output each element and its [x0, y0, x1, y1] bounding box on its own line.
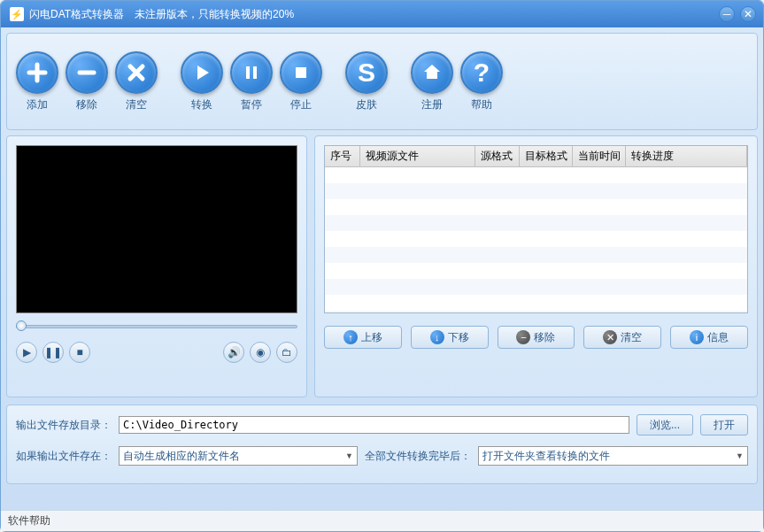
- col-curtime[interactable]: 当前时间: [573, 146, 626, 166]
- folder-button[interactable]: 🗀: [276, 342, 297, 363]
- pause-button[interactable]: 暂停: [230, 51, 273, 112]
- output-dir-label: 输出文件存放目录：: [16, 418, 112, 433]
- col-progress[interactable]: 转换进度: [626, 146, 747, 166]
- done-label: 全部文件转换完毕后：: [365, 449, 471, 464]
- exist-select[interactable]: 自动生成相应的新文件名: [119, 446, 358, 466]
- register-button[interactable]: 注册: [411, 51, 453, 112]
- status-bar: 软件帮助: [1, 510, 763, 531]
- list-clear-button[interactable]: ✕清空: [583, 326, 661, 349]
- table-body: [325, 167, 747, 312]
- col-seq[interactable]: 序号: [325, 146, 360, 166]
- help-button[interactable]: ? 帮助: [460, 51, 503, 112]
- preview-play-button[interactable]: ▶: [16, 342, 37, 363]
- pause-icon: [242, 63, 261, 82]
- file-list-panel: 序号 视频源文件 源格式 目标格式 当前时间 转换进度 ↑上移 ↓下移 −移除 …: [314, 135, 758, 397]
- main-toolbar: 添加 移除 清空 转换 暂停 停止 S 皮肤 注册: [6, 33, 758, 130]
- table-hscroll[interactable]: [325, 312, 747, 313]
- browse-button[interactable]: 浏览...: [637, 414, 693, 436]
- move-down-button[interactable]: ↓下移: [411, 326, 489, 349]
- skin-button[interactable]: S 皮肤: [345, 51, 388, 112]
- convert-button[interactable]: 转换: [181, 51, 223, 112]
- x-icon: [127, 63, 146, 82]
- svg-rect-1: [253, 66, 257, 79]
- stop-button[interactable]: 停止: [280, 51, 322, 112]
- minus-icon: −: [516, 330, 530, 344]
- arrow-up-icon: ↑: [343, 330, 358, 344]
- x-icon: ✕: [603, 330, 617, 344]
- list-remove-button[interactable]: −移除: [498, 326, 575, 349]
- app-icon: ⚡: [10, 7, 24, 21]
- clear-button[interactable]: 清空: [115, 51, 158, 112]
- play-icon: [192, 63, 212, 82]
- close-button[interactable]: ✕: [740, 6, 756, 22]
- stop-icon: [291, 63, 311, 82]
- preview-panel: ▶ ❚❚ ■ 🔊 ◉ 🗀: [6, 135, 307, 397]
- snapshot-button[interactable]: ◉: [250, 342, 271, 363]
- open-button[interactable]: 打开: [700, 414, 748, 436]
- output-settings-panel: 输出文件存放目录： 浏览... 打开 如果输出文件存在： 自动生成相应的新文件名…: [6, 405, 758, 484]
- video-preview: [16, 145, 297, 313]
- output-dir-input[interactable]: [119, 416, 629, 434]
- home-icon: [421, 62, 443, 83]
- info-icon: i: [690, 330, 704, 344]
- file-table[interactable]: 序号 视频源文件 源格式 目标格式 当前时间 转换进度: [324, 145, 748, 313]
- info-button[interactable]: i信息: [670, 326, 748, 349]
- col-srcfmt[interactable]: 源格式: [475, 146, 520, 166]
- seek-slider[interactable]: [16, 320, 297, 333]
- preview-stop-button[interactable]: ■: [69, 342, 90, 363]
- preview-pause-button[interactable]: ❚❚: [42, 342, 64, 363]
- arrow-down-icon: ↓: [430, 330, 444, 344]
- minus-icon: [75, 61, 98, 84]
- svg-rect-0: [246, 66, 250, 79]
- volume-button[interactable]: 🔊: [223, 342, 244, 363]
- exist-label: 如果输出文件存在：: [16, 449, 112, 464]
- window-title: 闪电DAT格式转换器 未注册版本，只能转换视频的20%: [29, 7, 294, 22]
- plus-icon: [26, 61, 49, 84]
- remove-button[interactable]: 移除: [66, 51, 108, 112]
- add-button[interactable]: 添加: [16, 51, 58, 112]
- app-window: ⚡ 闪电DAT格式转换器 未注册版本，只能转换视频的20% ─ ✕ 添加 移除 …: [0, 0, 764, 532]
- done-select[interactable]: 打开文件夹查看转换的文件: [478, 446, 748, 466]
- svg-rect-2: [296, 67, 306, 78]
- col-source[interactable]: 视频源文件: [360, 146, 475, 166]
- minimize-button[interactable]: ─: [719, 6, 735, 22]
- col-dstfmt[interactable]: 目标格式: [520, 146, 573, 166]
- move-up-button[interactable]: ↑上移: [324, 326, 402, 349]
- title-bar[interactable]: ⚡ 闪电DAT格式转换器 未注册版本，只能转换视频的20% ─ ✕: [1, 1, 763, 27]
- status-help-text: 软件帮助: [8, 513, 50, 528]
